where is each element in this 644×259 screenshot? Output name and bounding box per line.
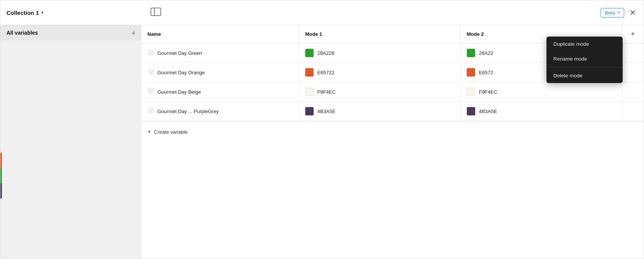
svg-point-17 <box>151 111 152 112</box>
sidebar-toggle-button[interactable] <box>149 8 163 18</box>
color-hex-mode2: 28A22 <box>479 50 493 56</box>
var-name-text: Gourmet Day Beige <box>157 89 201 95</box>
context-menu-delete-mode[interactable]: Delete mode <box>546 68 623 83</box>
var-name-cell-1: Gourmet Day Orange <box>141 63 299 82</box>
accent-bars <box>0 153 2 198</box>
var-name-cell-2: Gourmet Day Beige <box>141 82 299 102</box>
accent-bar-orange <box>0 153 2 168</box>
close-button[interactable]: ✕ <box>628 8 638 17</box>
mode1-cell-1[interactable]: E65722 <box>299 63 460 82</box>
collection-title: Collection 1 <box>6 10 39 16</box>
table-row: Gourmet Day Beige F9F4EC F9F4EC <box>141 82 644 102</box>
color-swatch-mode1 <box>305 49 314 57</box>
header-left: Collection 1 ▾ <box>6 10 43 16</box>
header: Collection 1 ▾ Beta ↗ ✕ <box>0 0 644 25</box>
svg-point-4 <box>152 51 153 52</box>
empty-cell-3 <box>622 102 644 121</box>
svg-point-15 <box>149 109 151 110</box>
color-cell: F9F4EC <box>467 88 616 96</box>
svg-point-8 <box>152 70 153 72</box>
header-right: Beta ↗ ✕ <box>601 8 638 18</box>
palette-icon <box>147 107 154 115</box>
color-hex-mode2: 4B3A5E <box>479 109 497 114</box>
svg-point-10 <box>148 88 154 94</box>
table-row: Gourmet Day ... PurpleGrey 4B3A5E 4B3A5E <box>141 102 644 121</box>
mode2-header-content: Mode 2 <box>467 31 616 37</box>
palette-icon <box>147 68 154 77</box>
var-name-cell-0: Gourmet Day Green <box>141 43 299 63</box>
var-name-content: Gourmet Day ... PurpleGrey <box>147 107 293 115</box>
beta-label: Beta <box>605 10 615 16</box>
var-name-text: Gourmet Day Green <box>157 50 202 56</box>
svg-rect-0 <box>151 8 161 16</box>
sidebar-item-all-variables[interactable]: All variables 4 <box>0 25 141 40</box>
create-variable-label: Create variable <box>154 129 187 135</box>
palette-icon <box>147 88 154 96</box>
var-name-cell-3: Gourmet Day ... PurpleGrey <box>141 102 299 121</box>
context-menu-duplicate-mode[interactable]: Duplicate mode <box>546 37 623 51</box>
color-cell: 4B3A5E <box>467 107 616 115</box>
mode2-cell-3[interactable]: 4B3A5E <box>460 102 622 121</box>
accent-bar-purple <box>0 183 2 198</box>
svg-point-13 <box>151 92 152 93</box>
svg-point-16 <box>152 109 153 110</box>
color-hex-mode1: F9F4EC <box>317 89 336 95</box>
create-variable-row[interactable]: + Create variable <box>141 121 644 142</box>
color-hex-mode1: 4B3A5E <box>317 109 336 114</box>
sidebar-toggle-icon <box>151 8 161 16</box>
context-menu-rename-mode[interactable]: Rename mode <box>546 51 623 66</box>
header-center <box>149 8 163 18</box>
color-swatch-mode2 <box>467 107 475 115</box>
palette-icon <box>147 49 154 57</box>
svg-point-5 <box>151 53 152 54</box>
context-menu: Duplicate mode Rename mode Delete mode <box>546 37 623 83</box>
color-swatch-mode2 <box>467 88 475 96</box>
mode1-cell-0[interactable]: 28A228 <box>299 43 460 63</box>
mode1-cell-2[interactable]: F9F4EC <box>299 82 460 102</box>
column-header-mode1: Mode 1 <box>299 25 460 43</box>
svg-point-2 <box>148 50 154 55</box>
main-layout: All variables 4 Name <box>0 25 644 259</box>
svg-point-6 <box>148 69 154 75</box>
var-name-content: Gourmet Day Orange <box>147 68 293 77</box>
column-header-add[interactable]: + <box>622 25 644 43</box>
empty-cell-1 <box>622 63 644 82</box>
add-mode-button[interactable]: + <box>629 30 637 38</box>
svg-point-14 <box>148 108 154 114</box>
var-name-content: Gourmet Day Beige <box>147 88 293 96</box>
color-cell: F9F4EC <box>305 88 454 96</box>
svg-point-7 <box>149 70 151 72</box>
var-name-text: Gourmet Day ... PurpleGrey <box>157 109 219 114</box>
beta-button[interactable]: Beta ↗ <box>601 8 624 18</box>
app-container: Collection 1 ▾ Beta ↗ ✕ All variab <box>0 0 644 259</box>
color-hex-mode2: F9F4EC <box>479 89 497 95</box>
var-name-content: Gourmet Day Green <box>147 49 293 57</box>
svg-point-3 <box>149 51 151 52</box>
color-swatch-mode2 <box>467 68 475 77</box>
mode2-cell-2[interactable]: F9F4EC <box>460 82 622 102</box>
context-menu-divider <box>546 67 623 67</box>
svg-point-9 <box>151 72 152 74</box>
sidebar-item-count: 4 <box>132 30 135 36</box>
color-hex-mode1: 28A228 <box>317 50 335 56</box>
mode1-cell-3[interactable]: 4B3A5E <box>299 102 460 121</box>
color-cell: 28A228 <box>305 49 454 57</box>
color-cell: 4B3A5E <box>305 107 454 115</box>
svg-point-11 <box>149 90 151 91</box>
color-hex-mode1: E65722 <box>317 70 335 75</box>
column-header-name: Name <box>141 25 299 43</box>
sidebar: All variables 4 <box>0 25 141 259</box>
accent-bar-green <box>0 168 2 183</box>
empty-cell-2 <box>622 82 644 102</box>
color-swatch-mode2 <box>467 49 475 57</box>
chevron-down-icon: ▾ <box>41 10 43 15</box>
sidebar-item-label: All variables <box>6 30 38 36</box>
color-cell: E65722 <box>305 68 454 77</box>
empty-cell-0 <box>622 43 644 63</box>
var-name-text: Gourmet Day Orange <box>157 70 205 75</box>
color-swatch-mode1 <box>305 88 314 96</box>
color-swatch-mode1 <box>305 107 314 115</box>
external-link-icon: ↗ <box>617 10 620 15</box>
color-hex-mode2: E6572 <box>479 70 493 75</box>
svg-point-12 <box>152 90 153 91</box>
